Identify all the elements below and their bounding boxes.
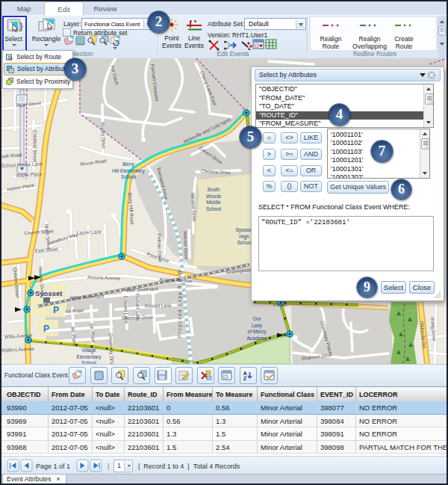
svg-text:Our: Our	[253, 316, 262, 321]
svg-text:High: High	[239, 234, 249, 240]
svg-text:Proposed Expy R.O.W: Proposed Expy R.O.W	[177, 269, 183, 338]
svg-text:Woods: Woods	[206, 194, 222, 199]
svg-text:P: P	[53, 305, 59, 315]
svg-text:Ronald Lane: Ronald Lane	[145, 303, 172, 309]
svg-text:Richard Lane: Richard Lane	[135, 294, 141, 322]
svg-text:Berry: Berry	[122, 161, 134, 167]
svg-text:d Road: d Road	[273, 303, 287, 307]
svg-text:South: South	[208, 187, 220, 192]
svg-text:Elementary: Elementary	[77, 354, 102, 360]
svg-text:Hill Elementary: Hill Elementary	[112, 168, 145, 174]
svg-text:Colefield Street: Colefield Street	[32, 130, 37, 162]
svg-text:Ira Road: Ira Road	[66, 308, 84, 314]
svg-text:Lady: Lady	[252, 323, 263, 329]
svg-text:Edward Lane: Edward Lane	[123, 296, 129, 324]
svg-text:Z: Z	[243, 376, 246, 381]
svg-text:School: School	[121, 174, 136, 179]
svg-text:Academy: Academy	[246, 336, 267, 342]
svg-text:School: School	[206, 206, 221, 211]
svg-text:}: }	[19, 20, 23, 31]
svg-text:Schoo: Schoo	[237, 240, 252, 245]
svg-text:P: P	[43, 324, 49, 334]
svg-text:Syosset: Syosset	[35, 289, 63, 297]
svg-text:Wansor Drive: Wansor Drive	[183, 231, 189, 260]
svg-text:Middle: Middle	[206, 200, 221, 205]
svg-text:Village: Village	[81, 347, 96, 353]
svg-text:of Mercy: of Mercy	[248, 329, 267, 335]
